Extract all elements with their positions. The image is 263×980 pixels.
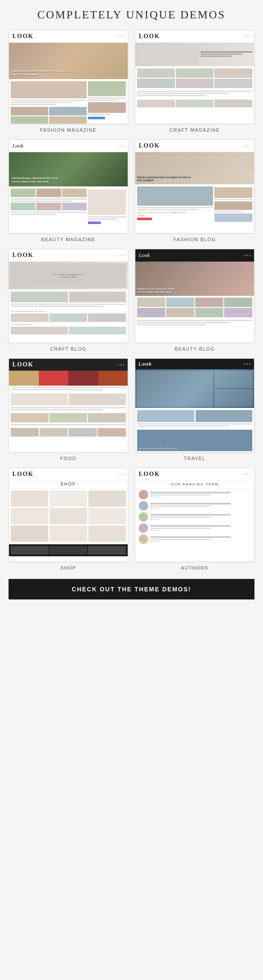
- demo-item-beauty-blog: Look PRODUCTS TO LOOK FOR YOURFACIAL MAD…: [135, 249, 254, 351]
- demo-screenshot-beauty-magazine[interactable]: Look PROFESSIONAL RECIPES FOR YOURFACIAL…: [9, 139, 128, 233]
- demo-nav: [244, 255, 251, 256]
- demo-nav: [244, 474, 251, 475]
- demo-label-travel: TRAVEL: [184, 456, 206, 461]
- demo-item-travel: Look: [135, 358, 254, 461]
- demo-item-fashion-blog: LOOK TRAVEL DESTINATIONS YOU NEED TO VIS…: [135, 139, 254, 242]
- demo-logo: Look: [139, 252, 150, 259]
- demo-screenshot-food[interactable]: LOOK: [9, 358, 128, 452]
- demo-item-beauty-magazine: Look PROFESSIONAL RECIPES FOR YOURFACIAL…: [9, 139, 128, 242]
- demo-label-fashion-magazine: FASHION MAGAZINE: [40, 127, 97, 133]
- demo-item-fashion-magazine: LOOK THESE ARE THE RESTAURANTS YOU NEED …: [9, 30, 128, 133]
- demo-screenshot-authors[interactable]: LOOK OUR AMAZING TEAM: [135, 468, 254, 562]
- demo-item-food: LOOK: [9, 358, 128, 461]
- demo-label-fashion-blog: FASHION BLOG: [173, 237, 216, 242]
- demo-item-craft-magazine: LOOK: [135, 30, 254, 133]
- demo-logo: LOOK: [139, 142, 160, 149]
- demo-label-shop: SHOP: [60, 565, 76, 570]
- demo-logo: LOOK: [139, 33, 160, 40]
- demo-nav: [118, 145, 124, 147]
- demo-logo: LOOK: [12, 252, 34, 259]
- demo-nav: [118, 255, 124, 256]
- demo-logo: LOOK: [12, 471, 34, 478]
- demo-nav: [244, 145, 251, 147]
- demo-logo: LOOK: [12, 361, 34, 368]
- demo-logo: Look: [12, 142, 23, 149]
- demo-item-authors: LOOK OUR AMAZING TEAM: [135, 468, 254, 570]
- demo-screenshot-fashion-blog[interactable]: LOOK TRAVEL DESTINATIONS YOU NEED TO VIS…: [135, 139, 254, 233]
- demo-label-craft-magazine: CRAFT MAGAZINE: [169, 127, 220, 133]
- demo-label-beauty-blog: BEAUTY BLOG: [175, 346, 215, 351]
- demo-screenshot-travel[interactable]: Look: [135, 358, 254, 452]
- demo-screenshot-beauty-blog[interactable]: Look PRODUCTS TO LOOK FOR YOURFACIAL MAD…: [135, 249, 254, 343]
- demo-label-craft-blog: CRAFT BLOG: [50, 346, 86, 351]
- demo-logo: LOOK: [12, 33, 34, 40]
- cta-button[interactable]: CHECK OUT THE THEME DEMOS!: [9, 579, 254, 599]
- demo-screenshot-craft-magazine[interactable]: LOOK: [135, 30, 254, 124]
- demo-label-beauty-magazine: BEAUTY MAGAZINE: [41, 237, 96, 242]
- demo-screenshot-shop[interactable]: LOOK SHOP: [9, 468, 128, 562]
- demo-screenshot-fashion-magazine[interactable]: LOOK THESE ARE THE RESTAURANTS YOU NEED …: [9, 30, 128, 124]
- demo-item-shop: LOOK SHOP: [9, 468, 128, 570]
- demo-nav: [118, 36, 124, 37]
- demo-nav: [244, 363, 251, 365]
- demo-item-craft-blog: LOOK How To Make A Scrapbook FromScratch…: [9, 249, 128, 351]
- demos-grid: LOOK THESE ARE THE RESTAURANTS YOU NEED …: [9, 30, 254, 570]
- demo-label-food: FOOD: [60, 456, 76, 461]
- demo-logo: LOOK: [139, 471, 160, 478]
- demo-label-authors: AUTHORS: [181, 565, 208, 570]
- page-wrapper: COMPLETELY UNIQUE DEMOS LOOK THESE ARE T…: [0, 0, 263, 612]
- demo-nav: [118, 474, 124, 475]
- page-title: COMPLETELY UNIQUE DEMOS: [9, 9, 254, 21]
- demo-screenshot-craft-blog[interactable]: LOOK How To Make A Scrapbook FromScratch…: [9, 249, 128, 343]
- demo-nav: [118, 364, 124, 366]
- demo-nav: [244, 36, 251, 37]
